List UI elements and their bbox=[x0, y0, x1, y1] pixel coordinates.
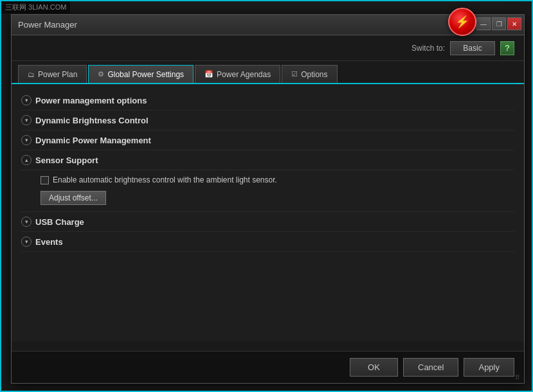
sensor-support-content: Enable automatic brightness control with… bbox=[21, 170, 514, 212]
title-bar: Power Manager — ❐ ✕ bbox=[12, 15, 524, 35]
section-dynamic-power-management-title: Dynamic Power Management bbox=[35, 136, 151, 145]
tab-global-power-settings[interactable]: ⚙ Global Power Settings bbox=[88, 65, 194, 83]
power-agendas-icon: 📅 bbox=[204, 70, 213, 78]
scrollable-content: ▾ Power management options ▾ Dynamic Bri… bbox=[12, 84, 524, 383]
section-power-management-options[interactable]: ▾ Power management options bbox=[21, 91, 514, 111]
apply-button[interactable]: Apply bbox=[464, 358, 514, 377]
chevron-dynamic-brightness-control: ▾ bbox=[21, 115, 32, 125]
app-window: 三联网 3LIAN.COM Power Manager — ❐ ✕ Switch… bbox=[1, 1, 533, 392]
section-sensor-support-title: Sensor Support bbox=[35, 156, 98, 165]
tabs-bar: 🗂 Power Plan ⚙ Global Power Settings 📅 P… bbox=[12, 61, 524, 84]
section-usb-charge[interactable]: ▾ USB Charge bbox=[21, 212, 514, 232]
adjust-offset-button[interactable]: Adjust offset... bbox=[41, 191, 106, 205]
section-usb-charge-title: USB Charge bbox=[35, 217, 84, 227]
section-power-management-options-title: Power management options bbox=[35, 96, 147, 105]
restore-button[interactable]: ❐ bbox=[492, 17, 506, 30]
header-row: Switch to: Basic ? bbox=[12, 35, 524, 61]
tab-power-plan-label: Power Plan bbox=[38, 70, 77, 79]
global-power-settings-icon: ⚙ bbox=[98, 70, 104, 78]
section-sensor-support[interactable]: ▴ Sensor Support bbox=[21, 150, 514, 170]
chevron-sensor-support: ▴ bbox=[21, 155, 32, 165]
ok-button[interactable]: OK bbox=[350, 358, 398, 377]
section-events[interactable]: ▾ Events bbox=[21, 232, 514, 252]
section-events-title: Events bbox=[35, 237, 63, 247]
title-bar-controls: — ❐ ✕ bbox=[476, 17, 521, 30]
options-icon: ☑ bbox=[291, 70, 298, 78]
tab-options[interactable]: ☑ Options bbox=[282, 65, 337, 83]
switch-to-button[interactable]: Basic bbox=[450, 41, 495, 55]
ambient-light-checkbox-row: Enable automatic brightness control with… bbox=[41, 175, 498, 184]
section-dynamic-brightness-control-title: Dynamic Brightness Control bbox=[35, 116, 149, 125]
resize-grip[interactable]: ⠿ bbox=[515, 374, 523, 382]
chevron-usb-charge: ▾ bbox=[21, 217, 32, 227]
bottom-bar: OK Cancel Apply bbox=[12, 351, 524, 383]
close-button[interactable]: ✕ bbox=[507, 17, 521, 30]
section-dynamic-brightness-control[interactable]: ▾ Dynamic Brightness Control bbox=[21, 111, 514, 130]
main-window: Power Manager — ❐ ✕ Switch to: Basic ? 🗂… bbox=[11, 14, 525, 384]
minimize-button[interactable]: — bbox=[476, 17, 491, 30]
watermark: 三联网 3LIAN.COM bbox=[1, 1, 70, 13]
tab-power-agendas-label: Power Agendas bbox=[217, 70, 271, 79]
power-icon bbox=[448, 8, 476, 36]
tab-power-plan[interactable]: 🗂 Power Plan bbox=[18, 65, 87, 83]
power-icon-container bbox=[448, 8, 476, 36]
tab-power-agendas[interactable]: 📅 Power Agendas bbox=[195, 65, 280, 83]
chevron-power-management-options: ▾ bbox=[21, 95, 32, 105]
cancel-button[interactable]: Cancel bbox=[403, 358, 458, 377]
power-plan-icon: 🗂 bbox=[28, 71, 35, 78]
tab-options-label: Options bbox=[301, 70, 327, 79]
switch-to-label: Switch to: bbox=[411, 44, 445, 53]
section-dynamic-power-management[interactable]: ▾ Dynamic Power Management bbox=[21, 130, 514, 150]
ambient-light-checkbox[interactable] bbox=[41, 176, 49, 184]
content-wrapper: ▾ Power management options ▾ Dynamic Bri… bbox=[12, 84, 524, 383]
tab-global-power-settings-label: Global Power Settings bbox=[107, 70, 184, 79]
window-title: Power Manager bbox=[18, 20, 77, 30]
chevron-events: ▾ bbox=[21, 236, 32, 247]
content-panel: ▾ Power management options ▾ Dynamic Bri… bbox=[12, 84, 524, 341]
ambient-light-label: Enable automatic brightness control with… bbox=[53, 175, 277, 184]
help-button[interactable]: ? bbox=[500, 41, 514, 55]
chevron-dynamic-power-management: ▾ bbox=[21, 135, 32, 145]
